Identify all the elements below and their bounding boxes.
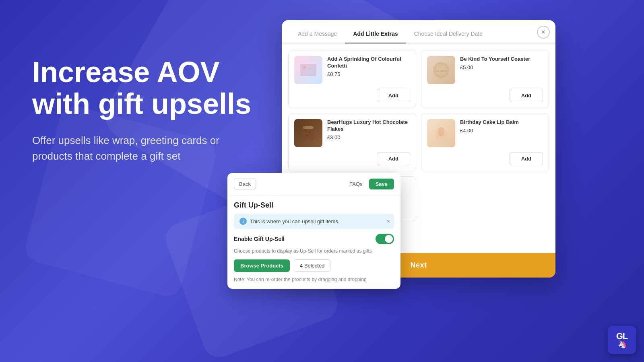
info-icon: i <box>239 218 247 225</box>
product-add-btn-3[interactable]: Add <box>377 152 410 165</box>
product-top-4: Birthday Cake Lip Balm £4.00 <box>427 119 543 147</box>
product-info-3: BearHugs Luxury Hot Chocolate Flakes £3.… <box>327 119 410 140</box>
svg-point-2 <box>310 68 311 70</box>
product-add-btn-2[interactable]: Add <box>510 89 543 102</box>
modal-tabs: Add a Message Add Little Extras Choose I… <box>282 25 555 43</box>
product-price-3: £3.00 <box>327 134 410 140</box>
save-button[interactable]: Save <box>369 179 394 189</box>
main-heading: Increase AOV with gift upsells <box>32 56 254 120</box>
faqs-button[interactable]: FAQs <box>346 179 366 189</box>
brand-logo: GL 🦄 <box>608 326 636 354</box>
gift-section: Enable Gift Up-Sell Choose products to d… <box>227 234 400 289</box>
product-image-4 <box>427 119 455 147</box>
product-price-1: £0.75 <box>327 71 410 77</box>
product-top-1: Add A Sprinkling Of Colourful Confetti £… <box>294 56 410 84</box>
product-name-3: BearHugs Luxury Hot Chocolate Flakes <box>327 119 410 133</box>
gift-modal-title: Gift Up-Sell <box>227 195 400 214</box>
tab-add-message[interactable]: Add a Message <box>290 25 345 43</box>
product-card-2: be kind Be Kind To Yourself Coaster £5.0… <box>421 50 549 108</box>
product-top-2: be kind Be Kind To Yourself Coaster £5.0… <box>427 56 543 84</box>
svg-point-4 <box>307 71 310 74</box>
product-add-btn-4[interactable]: Add <box>510 152 543 165</box>
product-image-1 <box>294 56 322 84</box>
gift-actions: Browse Products 4 Selected <box>234 259 394 272</box>
product-top-3: BearHugs Luxury Hot Chocolate Flakes £3.… <box>294 119 410 147</box>
product-card-3: BearHugs Luxury Hot Chocolate Flakes £3.… <box>288 113 416 171</box>
product-price-4: £4.00 <box>460 128 543 134</box>
left-content: Increase AOV with gift upsells Offer ups… <box>32 56 254 164</box>
tab-delivery-date[interactable]: Choose Ideal Delivery Date <box>406 25 491 43</box>
svg-point-10 <box>309 131 311 133</box>
gift-note: Note: You can re-order the products by d… <box>234 277 394 282</box>
toggle-knob <box>385 235 393 243</box>
selected-badge: 4 Selected <box>294 259 330 272</box>
product-info-4: Birthday Cake Lip Balm £4.00 <box>460 119 543 134</box>
gift-info-banner: i This is where you can upsell gift item… <box>234 214 394 229</box>
svg-point-9 <box>304 129 307 132</box>
browse-products-button[interactable]: Browse Products <box>234 259 290 272</box>
gift-upsell-modal: Back FAQs Save Gift Up-Sell i This is wh… <box>227 173 400 289</box>
product-info-2: Be Kind To Yourself Coaster £5.00 <box>460 56 543 70</box>
main-description: Offer upsells like wrap, greeting cards … <box>32 133 254 164</box>
gift-toggle-switch[interactable] <box>376 234 394 244</box>
gift-subtitle: Choose products to display as Up-Sell fo… <box>234 248 394 254</box>
back-button[interactable]: Back <box>234 179 256 189</box>
gift-toggle-row: Enable Gift Up-Sell <box>234 234 394 244</box>
product-name-1: Add A Sprinkling Of Colourful Confetti <box>327 56 410 70</box>
product-add-btn-1[interactable]: Add <box>377 89 410 102</box>
product-info-1: Add A Sprinkling Of Colourful Confetti £… <box>327 56 410 77</box>
modal-close-button[interactable]: × <box>537 26 550 39</box>
svg-text:be kind: be kind <box>436 69 446 73</box>
brand-icon: 🦄 <box>618 340 626 349</box>
product-name-2: Be Kind To Yourself Coaster <box>460 56 543 63</box>
product-price-2: £5.00 <box>460 64 543 70</box>
gift-modal-header: Back FAQs Save <box>227 173 400 195</box>
product-image-3 <box>294 119 322 147</box>
svg-point-1 <box>303 66 305 68</box>
gift-toggle-label: Enable Gift Up-Sell <box>234 236 285 242</box>
svg-rect-3 <box>306 66 308 67</box>
product-image-2: be kind <box>427 56 455 84</box>
svg-point-11 <box>306 135 308 137</box>
product-card-4: Birthday Cake Lip Balm £4.00 Add <box>421 113 549 171</box>
banner-close-button[interactable]: × <box>387 218 390 224</box>
product-card-1: Add A Sprinkling Of Colourful Confetti £… <box>288 50 416 108</box>
gift-modal-actions: FAQs Save <box>346 179 394 189</box>
product-name-4: Birthday Cake Lip Balm <box>460 119 543 126</box>
tab-add-extras[interactable]: Add Little Extras <box>345 25 406 43</box>
svg-point-14 <box>438 127 444 137</box>
svg-rect-12 <box>303 126 314 129</box>
gift-info-text: This is where you can upsell gift items. <box>250 218 340 224</box>
